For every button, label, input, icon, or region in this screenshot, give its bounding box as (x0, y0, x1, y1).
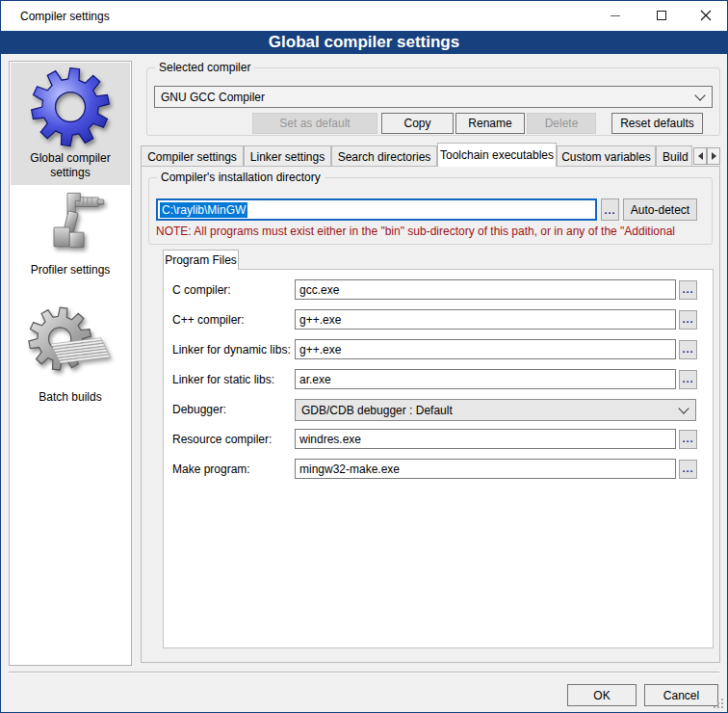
auto-detect-button[interactable]: Auto-detect (623, 198, 697, 221)
field-label-debugger: Debugger: (172, 403, 226, 416)
compiler-settings-window: Compiler settings Global compiler settin… (0, 0, 728, 713)
tab-label: Compiler settings (147, 150, 237, 164)
selected-compiler-group: Selected compiler GNU GCC Compiler Set a… (146, 67, 720, 136)
tab-compiler-settings[interactable]: Compiler settings (141, 145, 244, 167)
button-label: Set as default (279, 117, 350, 130)
debugger-dropdown[interactable]: GDB/CDB debugger : Default (295, 399, 696, 421)
button-label: Reset defaults (620, 117, 694, 130)
ellipsis-icon: ... (682, 313, 693, 325)
sidebar-item-label: Batch builds (11, 390, 130, 405)
resize-grip[interactable] (713, 698, 724, 709)
button-label: Copy (403, 117, 430, 130)
resource-compiler-input[interactable] (295, 429, 676, 449)
rename-button[interactable]: Rename (455, 113, 525, 134)
field-label-linker-dynamic: Linker for dynamic libs: (172, 343, 291, 356)
selected-compiler-value: GNU GCC Compiler (161, 91, 265, 104)
linker-dynamic-input[interactable] (295, 339, 676, 359)
field-label-c-compiler: C compiler: (172, 283, 231, 297)
button-label: OK (593, 689, 610, 702)
field-label-resource-compiler: Resource compiler: (172, 433, 272, 446)
tab-label: Build options (663, 150, 692, 164)
tab-build-options[interactable]: Build options (656, 145, 692, 167)
sidebar-item-batch-builds[interactable]: Batch builds (11, 301, 130, 416)
chevron-down-icon (678, 403, 689, 413)
tab-scroll-right-button[interactable] (707, 147, 720, 165)
debugger-value: GDB/CDB debugger : Default (301, 404, 453, 417)
footer-separator (9, 672, 719, 673)
c-compiler-input[interactable] (295, 279, 676, 300)
window-title: Compiler settings (20, 10, 110, 23)
copy-button[interactable]: Copy (381, 113, 454, 134)
make-program-input[interactable] (295, 459, 676, 479)
field-label-linker-static: Linker for static libs: (172, 373, 274, 386)
cpp-compiler-browse-button[interactable]: ... (679, 310, 697, 330)
linker-static-browse-button[interactable]: ... (679, 370, 697, 389)
ellipsis-icon: ... (682, 343, 693, 355)
installation-directory-group: Compiler's installation directory C:\ray… (148, 177, 713, 245)
close-icon (700, 10, 712, 21)
delete-button[interactable]: Delete (527, 113, 596, 134)
subtab-program-files[interactable]: Program Files (163, 250, 239, 270)
ellipsis-icon: ... (682, 462, 693, 474)
sidebar-item-label: Global compiler settings (11, 151, 130, 180)
c-compiler-browse-button[interactable]: ... (679, 280, 697, 300)
sidebar-item-label: Profiler settings (11, 263, 130, 277)
ellipsis-icon: ... (682, 283, 693, 295)
ellipsis-icon: ... (682, 373, 693, 384)
tab-label: Linker settings (250, 150, 325, 164)
blue-gear-icon (29, 66, 112, 148)
installation-directory-input[interactable]: C:\raylib\MinGW (156, 198, 597, 221)
cancel-button[interactable]: Cancel (644, 684, 718, 706)
field-label-cpp-compiler: C++ compiler: (172, 313, 245, 327)
chevron-down-icon (694, 90, 705, 100)
installation-directory-value: C:\raylib\MinGW (160, 202, 247, 218)
maximize-icon (657, 11, 666, 20)
note-text: NOTE: All programs must exist either in … (156, 224, 707, 239)
tab-label: Toolchain executables (440, 148, 554, 162)
linker-static-input[interactable] (295, 369, 676, 389)
maximize-button[interactable] (639, 1, 684, 30)
selected-compiler-group-title: Selected compiler (155, 61, 254, 74)
ok-button[interactable]: OK (567, 684, 637, 706)
title-bar: Compiler settings (1, 1, 727, 31)
minimize-icon (611, 15, 620, 16)
tab-linker-settings[interactable]: Linker settings (244, 145, 331, 167)
tab-search-directories[interactable]: Search directories (331, 145, 437, 167)
installation-directory-browse-button[interactable]: ... (601, 198, 619, 221)
selected-compiler-dropdown[interactable]: GNU GCC Compiler (154, 86, 713, 108)
page-title: Global compiler settings (1, 31, 727, 54)
tab-custom-variables[interactable]: Custom variables (557, 145, 656, 167)
button-label: Delete (545, 117, 579, 130)
tab-label: Program Files (165, 253, 237, 267)
tab-label: Custom variables (561, 150, 651, 164)
tab-label: Search directories (338, 150, 431, 164)
set-as-default-button[interactable]: Set as default (252, 113, 377, 134)
caliper-icon (35, 189, 106, 260)
button-label: Cancel (663, 689, 699, 702)
minimize-button[interactable] (593, 1, 637, 30)
installation-directory-group-title: Compiler's installation directory (157, 171, 325, 184)
make-program-browse-button[interactable]: ... (679, 460, 697, 479)
field-label-make-program: Make program: (172, 462, 250, 476)
batch-builds-icon (27, 301, 114, 387)
tab-scroll-left-button[interactable] (693, 147, 707, 165)
button-label: Rename (468, 117, 511, 130)
arrow-right-icon (712, 152, 716, 160)
reset-defaults-button[interactable]: Reset defaults (611, 113, 703, 134)
settings-sidebar: Global compiler settings Profiler settin… (9, 61, 132, 666)
cpp-compiler-input[interactable] (295, 309, 676, 330)
button-label: Auto-detect (631, 203, 689, 217)
close-button[interactable] (684, 1, 728, 30)
resource-compiler-browse-button[interactable]: ... (679, 430, 697, 449)
tab-toolchain-executables[interactable]: Toolchain executables (437, 143, 557, 167)
linker-dynamic-browse-button[interactable]: ... (679, 340, 697, 359)
ellipsis-icon: ... (682, 433, 693, 444)
sidebar-item-global-compiler-settings[interactable]: Global compiler settings (11, 63, 130, 185)
arrow-left-icon (698, 152, 703, 160)
sidebar-item-profiler-settings[interactable]: Profiler settings (11, 187, 130, 298)
ellipsis-icon: ... (604, 204, 615, 216)
